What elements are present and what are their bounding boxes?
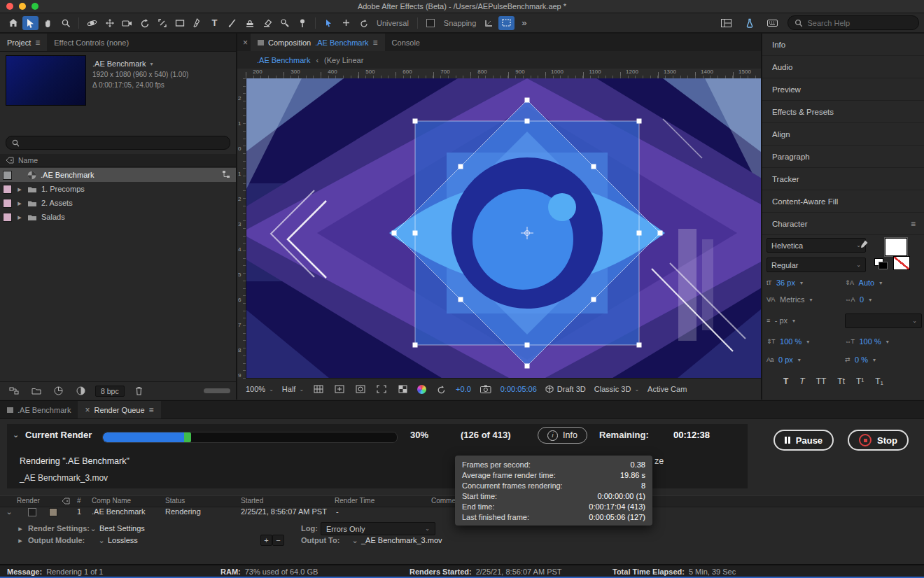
panel-tab-info[interactable]: Info [762,34,924,56]
info-button[interactable]: i Info [538,427,587,444]
beta-feedback-flask-icon[interactable] [741,16,757,30]
subscript-button[interactable]: T₁ [875,376,883,386]
eraser-tool[interactable] [259,16,275,30]
panel-tab-content-aware-fill[interactable]: Content-Aware Fill [762,190,924,213]
twirl-down-icon[interactable]: ⌄ [351,536,358,545]
label-color-chip[interactable] [3,171,12,180]
transparency-grid-icon[interactable] [396,385,409,393]
axis-rotate-icon[interactable] [356,16,372,30]
twirl-right-icon[interactable]: ▸ [16,199,23,208]
rotation-tool[interactable] [136,16,153,30]
stop-button[interactable]: Stop [848,430,909,451]
tab-ae-benchmark[interactable]: .AE Benchmark [0,401,78,418]
universal-mode-label[interactable]: Universal [377,19,409,27]
camera-view-select[interactable]: Active Cam [648,385,687,393]
col-comp-name[interactable]: Comp Name [92,497,131,505]
leading-field[interactable]: ⇕A Auto ▾ [845,279,882,287]
resolution-select[interactable]: Half ⌄ [282,385,304,393]
col-render-time[interactable]: Render Time [335,497,374,505]
twirl-right-icon[interactable]: ▸ [17,524,24,533]
eyedropper-icon[interactable] [860,239,869,250]
tracking-field[interactable]: ⇔A 0 ▾ [845,295,872,304]
snapshot-camera-icon[interactable] [479,385,492,393]
channel-color-wheel-icon[interactable] [417,385,426,394]
all-caps-button[interactable]: TT [816,376,827,386]
stroke-style-select[interactable]: ⌄ [845,313,922,328]
twirl-down-icon[interactable]: ⌄ [6,507,13,516]
output-module-value[interactable]: Lossless [108,536,138,544]
roto-brush-tool[interactable] [276,16,293,30]
project-search-field[interactable] [6,136,230,150]
workspace-icon[interactable] [718,16,734,30]
tab-effect-controls[interactable]: Effect Controls (none) [47,34,136,51]
panel-menu-icon[interactable]: ≡ [149,405,154,415]
selection-tool[interactable] [22,16,38,30]
bit-depth-button[interactable]: 8 bpc [95,386,125,397]
draft-3d-toggle[interactable]: Draft 3D [545,385,586,393]
panel-tab-preview[interactable]: Preview [762,78,924,101]
magnification-select[interactable]: 100% ⌄ [246,385,274,393]
twirl-down-icon[interactable]: ⌄ [98,536,105,545]
faux-italic-button[interactable]: T [799,376,804,386]
name-column-header[interactable]: Name [18,156,38,164]
panel-tab-tracker[interactable]: Tracker [762,168,924,190]
dolly-camera-tool[interactable] [119,16,135,30]
faux-bold-button[interactable]: T [783,376,788,386]
project-comp-name[interactable]: .AE Benchmark ▾ [92,59,188,69]
render-checkbox[interactable] [28,508,36,516]
log-select[interactable]: Errors Only ⌄ [321,522,435,535]
mask-toggle-icon[interactable] [354,385,367,393]
pen-tool[interactable] [189,16,205,30]
col-status[interactable]: Status [165,497,185,505]
close-window-button[interactable] [6,3,13,10]
brush-tool[interactable] [224,16,240,30]
add-output-module-button[interactable]: + [260,535,272,546]
close-icon[interactable]: × [237,34,251,51]
axis-cursor-icon[interactable] [321,16,337,30]
fill-color[interactable] [885,238,907,256]
reset-exposure-icon[interactable] [435,385,447,394]
project-item-folder[interactable]: ▸ 1. Precomps [0,182,236,196]
tab-composition[interactable]: Composition .AE Benchmark ≡ [251,34,385,51]
snapping-checkbox[interactable] [423,16,439,30]
hand-tool[interactable] [40,16,56,30]
puppet-pin-tool[interactable] [294,16,310,30]
col-started[interactable]: Started [241,497,263,505]
remove-output-module-button[interactable]: − [272,535,284,546]
exposure-value[interactable]: +0.0 [456,385,471,393]
font-family-select[interactable]: Helvetica ⌄ [766,238,866,253]
toolbar-overflow-chevron[interactable]: » [522,17,526,28]
project-list-header[interactable]: Name [0,154,236,167]
font-style-select[interactable]: Regular ⌄ [766,258,866,272]
marquee-icon[interactable] [498,16,514,30]
font-size-field[interactable]: tT 36 px ▾ [766,279,803,287]
col-number[interactable]: # [77,497,81,505]
zoom-window-button[interactable] [31,3,38,10]
axis-plus-icon[interactable] [338,16,354,30]
renderer-select[interactable]: Classic 3D ⌄ [594,385,639,393]
twirl-right-icon[interactable]: ▸ [17,536,24,545]
snapping-label[interactable]: Snapping [444,19,477,27]
interpret-footage-icon[interactable] [6,384,22,398]
panel-menu-icon[interactable]: ≡ [911,219,916,229]
breadcrumb-comp[interactable]: .AE Benchmark [257,56,310,64]
vertical-ruler[interactable]: 2 1 0 1 2 3 4 5 6 7 8 9 [237,78,246,379]
horizontal-scale-field[interactable]: ⇔T 100 % ▾ [845,337,889,346]
twirl-down-icon[interactable]: ⌄ [13,430,19,439]
tab-render-queue[interactable]: × Render Queue ≡ [78,401,160,418]
region-of-interest-icon[interactable] [375,385,388,393]
composition-viewport[interactable] [246,78,761,379]
output-to-value[interactable]: _AE Benchmark_3.mov [361,536,442,544]
horizontal-ruler[interactable]: 200 300 400 500 600 700 800 900 1000 110… [237,69,761,79]
search-help-input[interactable] [806,18,912,28]
label-color-chip[interactable] [3,185,12,194]
project-item-folder[interactable]: ▸ 2. Assets [0,196,236,210]
project-search-input[interactable] [23,138,224,148]
superscript-button[interactable]: T¹ [856,376,864,386]
vertical-scale-field[interactable]: ⇕T 100 % ▾ [766,337,809,346]
horizontal-scrollbar[interactable] [204,388,230,393]
col-render[interactable]: Render [17,497,40,505]
render-settings-value[interactable]: Best Settings [99,524,145,533]
type-tool[interactable]: T [206,16,223,30]
adjustment-icon[interactable] [73,384,89,398]
